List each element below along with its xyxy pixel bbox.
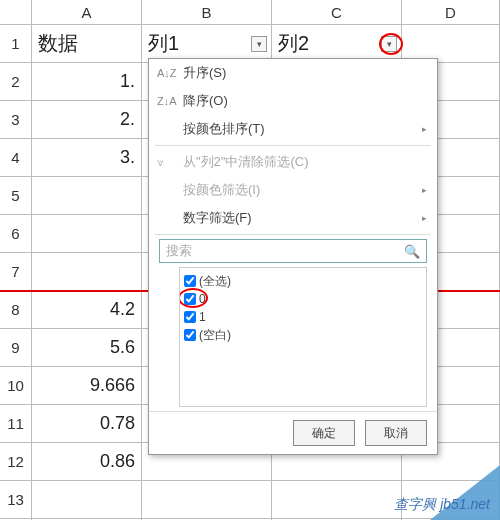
column-header-row: A B C D <box>0 0 500 25</box>
watermark: 查字興 jb51.net <box>394 496 490 514</box>
clear-filter: ⟇ 从"列2"中清除筛选(C) <box>149 148 437 176</box>
cell-A11[interactable]: 0.78 <box>32 405 142 442</box>
checkbox-blank[interactable] <box>184 329 196 341</box>
row-header-13[interactable]: 13 <box>0 481 32 518</box>
row-header-12[interactable]: 12 <box>0 443 32 480</box>
checkbox-all[interactable] <box>184 275 196 287</box>
filter-dropdown-col2[interactable]: ▾ <box>381 36 397 52</box>
search-input[interactable]: 搜索 🔍 <box>159 239 427 263</box>
filter-checklist: (全选) 0 1 (空白) <box>179 267 427 407</box>
row-header-11[interactable]: 11 <box>0 405 32 442</box>
filter-dropdown-col1[interactable]: ▾ <box>251 36 267 52</box>
filter-by-color: 按颜色筛选(I) ▸ <box>149 176 437 204</box>
col-header-B[interactable]: B <box>142 0 272 24</box>
sort-color-label: 按颜色排序(T) <box>183 120 265 138</box>
row-header-2[interactable]: 2 <box>0 63 32 100</box>
sort-by-color[interactable]: 按颜色排序(T) ▸ <box>149 115 437 143</box>
clear-filter-label: 从"列2"中清除筛选(C) <box>183 153 309 171</box>
row-header-10[interactable]: 10 <box>0 367 32 404</box>
check-label-blank: (空白) <box>199 327 231 344</box>
cell-C1[interactable]: 列2 ▾ <box>272 25 402 62</box>
cell-A5[interactable] <box>32 177 142 214</box>
sort-asc-icon: A↓Z <box>157 68 177 79</box>
cell-A10[interactable]: 9.666 <box>32 367 142 404</box>
checkbox-one[interactable] <box>184 311 196 323</box>
sort-descending[interactable]: Z↓A 降序(O) <box>149 87 437 115</box>
menu-buttons: 确定 取消 <box>149 411 437 454</box>
check-item-all[interactable]: (全选) <box>184 272 422 290</box>
cell-D1[interactable] <box>402 25 500 62</box>
check-item-blank[interactable]: (空白) <box>184 326 422 344</box>
submenu-arrow-icon: ▸ <box>422 185 427 195</box>
sort-ascending[interactable]: A↓Z 升序(S) <box>149 59 437 87</box>
cancel-button[interactable]: 取消 <box>365 420 427 446</box>
header-col2-label: 列2 <box>278 30 309 57</box>
cell-A2[interactable]: 1. <box>32 63 142 100</box>
menu-separator <box>155 234 431 235</box>
col-header-C[interactable]: C <box>272 0 402 24</box>
sort-asc-label: 升序(S) <box>183 64 226 82</box>
row-header-1[interactable]: 1 <box>0 25 32 62</box>
check-item-one[interactable]: 1 <box>184 308 422 326</box>
filter-menu: A↓Z 升序(S) Z↓A 降序(O) 按颜色排序(T) ▸ ⟇ 从"列2"中清… <box>148 58 438 455</box>
ok-button[interactable]: 确定 <box>293 420 355 446</box>
cell-A7[interactable] <box>32 253 142 290</box>
cell-A9[interactable]: 5.6 <box>32 329 142 366</box>
checkbox-zero[interactable] <box>184 293 196 305</box>
row-header-5[interactable]: 5 <box>0 177 32 214</box>
cell-C13[interactable] <box>272 481 402 518</box>
row-header-6[interactable]: 6 <box>0 215 32 252</box>
cell-A4[interactable]: 3. <box>32 139 142 176</box>
cell-A12[interactable]: 0.86 <box>32 443 142 480</box>
row-header-7[interactable]: 7 <box>0 253 32 290</box>
sort-desc-icon: Z↓A <box>157 96 177 107</box>
row-header-3[interactable]: 3 <box>0 101 32 138</box>
corner-cell[interactable] <box>0 0 32 24</box>
cell-A3[interactable]: 2. <box>32 101 142 138</box>
cell-A1[interactable]: 数据 <box>32 25 142 62</box>
cell-B1[interactable]: 列1 ▾ <box>142 25 272 62</box>
check-label-one: 1 <box>199 310 206 324</box>
number-filter[interactable]: 数字筛选(F) ▸ <box>149 204 437 232</box>
funnel-icon: ⟇ <box>157 157 164 168</box>
submenu-arrow-icon: ▸ <box>422 213 427 223</box>
col-header-D[interactable]: D <box>402 0 500 24</box>
filter-color-label: 按颜色筛选(I) <box>183 181 260 199</box>
search-icon: 🔍 <box>404 244 420 259</box>
cell-A8[interactable]: 4.2 <box>32 291 142 328</box>
row-header-4[interactable]: 4 <box>0 139 32 176</box>
cell-B13[interactable] <box>142 481 272 518</box>
check-item-zero[interactable]: 0 <box>184 290 422 308</box>
col-header-A[interactable]: A <box>32 0 142 24</box>
check-label-zero: 0 <box>199 292 206 306</box>
row-header-8[interactable]: 8 <box>0 291 32 328</box>
header-col1-label: 列1 <box>148 30 179 57</box>
submenu-arrow-icon: ▸ <box>422 124 427 134</box>
sort-desc-label: 降序(O) <box>183 92 228 110</box>
check-label-all: (全选) <box>199 273 231 290</box>
cell-A6[interactable] <box>32 215 142 252</box>
search-placeholder: 搜索 <box>166 242 192 260</box>
row-header-9[interactable]: 9 <box>0 329 32 366</box>
cell-A13[interactable] <box>32 481 142 518</box>
menu-separator <box>155 145 431 146</box>
number-filter-label: 数字筛选(F) <box>183 209 252 227</box>
